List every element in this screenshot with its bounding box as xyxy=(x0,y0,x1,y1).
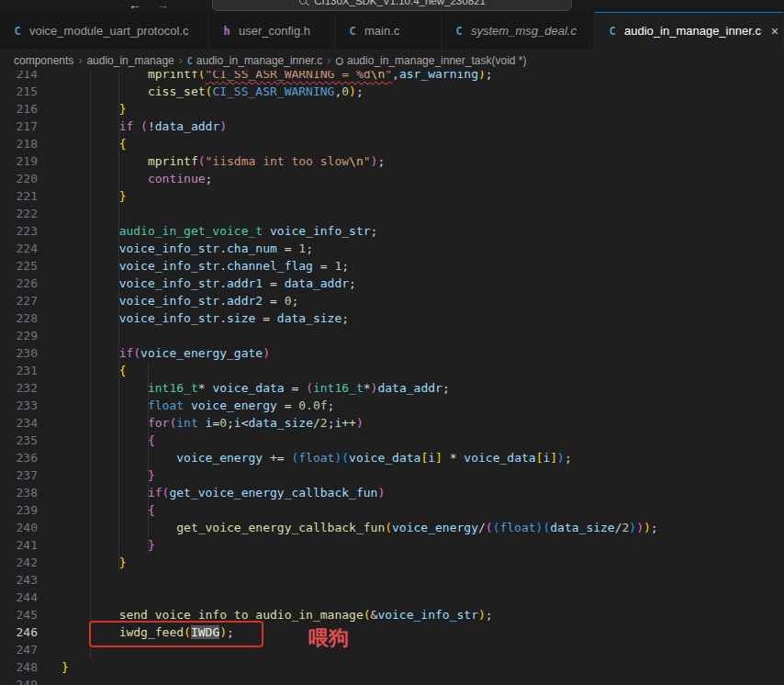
line-number[interactable]: 220 xyxy=(0,170,38,187)
code-token: int16_t xyxy=(148,381,198,395)
code-line[interactable]: 220 continue; xyxy=(0,170,784,187)
code-line[interactable]: 244 xyxy=(0,589,784,606)
code-line[interactable]: 226 voice_info_str.addr1 = data_addr; xyxy=(0,275,784,292)
code-line[interactable]: 216 } xyxy=(0,100,784,118)
line-number[interactable]: 218 xyxy=(0,135,38,152)
code-line[interactable]: 224 voice_info_str.cha_num = 1; xyxy=(0,240,784,257)
close-icon[interactable]: × xyxy=(767,23,783,39)
tab-user_config.h[interactable]: huser_config.h xyxy=(209,12,335,50)
code-line[interactable]: 219 mprintf("iisdma int too slow\n"); xyxy=(0,152,784,170)
code-token: ; xyxy=(377,154,385,168)
line-number[interactable]: 246 xyxy=(0,623,38,641)
breadcrumb-item[interactable]: Caudio_in_manage_inner.c xyxy=(187,54,322,67)
code-line[interactable]: 241 } xyxy=(0,536,784,554)
line-number[interactable]: 240 xyxy=(0,519,38,536)
line-number[interactable]: 238 xyxy=(0,484,38,501)
line-number[interactable]: 226 xyxy=(0,275,38,292)
line-number[interactable]: 225 xyxy=(0,257,38,275)
code-line[interactable]: 240 get_voice_energy_callback_fun(voice_… xyxy=(0,519,784,536)
code-token xyxy=(62,71,148,81)
command-center-search[interactable]: CI130X_SDK_V1.10.4_new_230821 xyxy=(212,0,572,11)
code-token xyxy=(62,486,148,500)
line-number[interactable]: 230 xyxy=(0,344,38,362)
code-token: ; xyxy=(291,294,298,308)
line-number[interactable]: 221 xyxy=(0,187,38,205)
tab-system_msg_deal.c[interactable]: Csystem_msg_deal.c xyxy=(442,12,595,50)
code-line[interactable]: 246 iwdg_feed(IWDG); xyxy=(0,623,784,641)
line-number[interactable]: 231 xyxy=(0,362,38,379)
code-line[interactable]: 233 float voice_energy = 0.0f; xyxy=(0,397,784,414)
tab-audio_in_manage_inner.c[interactable]: Caudio_in_manage_inner.c× xyxy=(595,12,784,50)
line-number[interactable]: 228 xyxy=(0,309,38,327)
line-text xyxy=(38,589,62,606)
file-type-icon: C xyxy=(346,25,359,38)
code-line[interactable]: 231 { xyxy=(0,362,784,379)
code-line[interactable]: 245 send_voice_info_to_audio_in_manage(&… xyxy=(0,606,784,623)
line-number[interactable]: 245 xyxy=(0,606,38,623)
line-number[interactable]: 236 xyxy=(0,449,38,466)
code-line[interactable]: 227 voice_info_str.addr2 = 0; xyxy=(0,292,784,309)
code-line[interactable]: 232 int16_t* voice_data = (int16_t*)data… xyxy=(0,379,784,397)
code-token: voice_info_str xyxy=(270,224,371,238)
code-line[interactable]: 242 } xyxy=(0,554,784,571)
code-line[interactable]: 221 } xyxy=(0,187,784,205)
code-line[interactable]: 230 if(voice_energy_gate) xyxy=(0,344,784,362)
code-line[interactable]: 222 xyxy=(0,205,784,222)
code-line[interactable]: 236 voice_energy += (float)(voice_data[i… xyxy=(0,449,784,466)
line-number[interactable]: 227 xyxy=(0,292,38,309)
line-number[interactable]: 214 xyxy=(0,71,38,83)
breadcrumb-item[interactable]: components xyxy=(14,54,73,67)
code-token: . xyxy=(219,294,227,308)
back-arrow[interactable]: ← xyxy=(129,0,141,12)
code-line[interactable]: 249 xyxy=(0,676,784,685)
code-line[interactable]: 235 { xyxy=(0,432,784,449)
line-number[interactable]: 248 xyxy=(0,658,38,676)
line-number[interactable]: 219 xyxy=(0,152,38,170)
line-number[interactable]: 229 xyxy=(0,327,38,344)
line-number[interactable]: 217 xyxy=(0,118,38,135)
breadcrumb-item[interactable]: audio_in_manage xyxy=(86,54,174,67)
line-number[interactable]: 241 xyxy=(0,536,38,554)
file-type-icon: C xyxy=(606,25,619,38)
code-line[interactable]: 218 { xyxy=(0,135,784,152)
line-number[interactable]: 239 xyxy=(0,501,38,519)
code-line[interactable]: 243 xyxy=(0,571,784,589)
code-token: data_size xyxy=(249,416,313,430)
tab-label: audio_in_manage_inner.c xyxy=(624,24,761,38)
forward-arrow[interactable]: → xyxy=(156,0,169,12)
line-number[interactable]: 233 xyxy=(0,397,38,414)
code-line[interactable]: 239 { xyxy=(0,501,784,519)
line-number[interactable]: 215 xyxy=(0,83,38,100)
code-line[interactable]: 225 voice_info_str.channel_flag = 1; xyxy=(0,257,784,275)
code-line[interactable]: 215 ciss_set(CI_SS_ASR_WARNING,0); xyxy=(0,83,784,100)
code-line[interactable]: 229 xyxy=(0,327,784,344)
code-token: audio_in_get_voice_t xyxy=(119,224,263,238)
line-number[interactable]: 222 xyxy=(0,205,38,222)
code-line[interactable]: 238 if(get_voice_energy_callback_fun) xyxy=(0,484,784,501)
tab-voice_module_uart_protocol.c[interactable]: Cvoice_module_uart_protocol.c xyxy=(0,12,209,50)
code-line[interactable]: 234 for(int i=0;i<data_size/2;i++) xyxy=(0,414,784,432)
code-editor[interactable]: 214 mprintf("CI_SS_ASR_WARNING = %d\n",a… xyxy=(0,71,784,685)
line-number[interactable]: 237 xyxy=(0,466,38,484)
code-line[interactable]: 237 } xyxy=(0,466,784,484)
line-number[interactable]: 235 xyxy=(0,432,38,449)
line-number[interactable]: 232 xyxy=(0,379,38,397)
line-text: } xyxy=(38,187,126,205)
tab-main.c[interactable]: Cmain.c xyxy=(335,12,442,50)
line-number[interactable]: 216 xyxy=(0,100,38,118)
line-number[interactable]: 249 xyxy=(0,676,38,685)
line-number[interactable]: 223 xyxy=(0,222,38,240)
code-line[interactable]: 214 mprintf("CI_SS_ASR_WARNING = %d\n",a… xyxy=(0,71,784,83)
line-number[interactable]: 244 xyxy=(0,589,38,606)
line-number[interactable]: 247 xyxy=(0,641,38,658)
code-line[interactable]: 248} xyxy=(0,658,784,676)
code-line[interactable]: 228 voice_info_str.size = data_size; xyxy=(0,309,784,327)
code-line[interactable]: 223 audio_in_get_voice_t voice_info_str; xyxy=(0,222,784,240)
line-number[interactable]: 243 xyxy=(0,571,38,589)
line-number[interactable]: 224 xyxy=(0,240,38,257)
line-number[interactable]: 242 xyxy=(0,554,38,571)
code-line[interactable]: 217 if (!data_addr) xyxy=(0,118,784,135)
code-line[interactable]: 247 xyxy=(0,641,784,658)
line-number[interactable]: 234 xyxy=(0,414,38,432)
breadcrumb-item[interactable]: ⬡audio_in_manage_inner_task(void *) xyxy=(335,54,526,67)
